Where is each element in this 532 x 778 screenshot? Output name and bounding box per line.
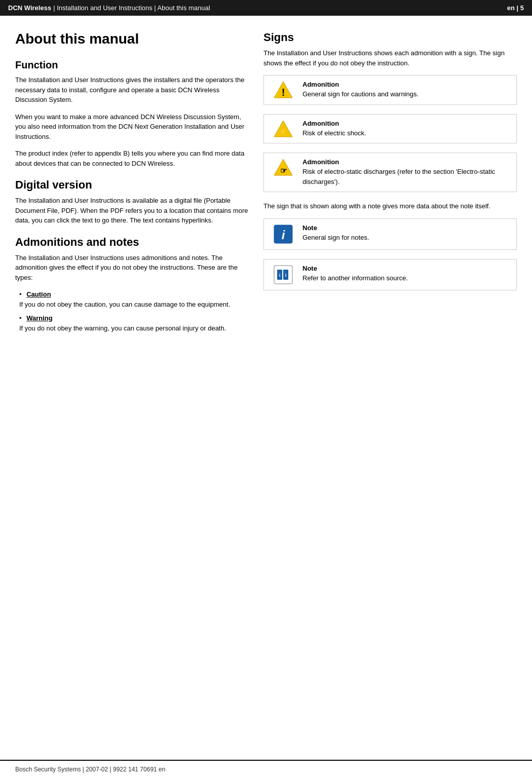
triangle-exclamation-icon: !	[273, 81, 293, 99]
note-content-reference: Note Refer to another information source…	[302, 265, 408, 283]
info-book-icon: i i	[273, 265, 293, 285]
admon-desc-general: General sign for cautions and warnings.	[302, 89, 419, 99]
page-number: en | 5	[507, 4, 524, 12]
warning-label: Warning	[26, 314, 53, 322]
admon-box-electric: ⚡ Admonition Risk of electric shock.	[263, 114, 517, 144]
main-content: About this manual Function The Installat…	[0, 16, 532, 778]
header-bar: DCN Wireless | Installation and User Ins…	[0, 0, 532, 16]
function-para-3: The product index (refer to appendix B) …	[15, 149, 248, 168]
admonitions-intro: The Installation and User Instructions u…	[15, 253, 248, 283]
digital-para-1: The Installation and User Instructions i…	[15, 196, 248, 226]
breadcrumb-bold: DCN Wireless	[8, 4, 51, 12]
triangle-hand-icon: ☞	[273, 158, 293, 176]
notes-intro: The sign that is shown along with a note…	[263, 201, 517, 211]
list-item-caution: Caution If you do not obey the caution, …	[19, 289, 248, 309]
note-title-general: Note	[302, 224, 369, 232]
admon-content-electrostatic: Admonition Risk of electro-static discha…	[302, 158, 509, 187]
admon-box-general: ! Admonition General sign for cautions a…	[263, 75, 517, 105]
page-title: About this manual	[15, 31, 248, 47]
info-i-icon: i	[273, 224, 293, 244]
svg-text:i: i	[285, 273, 287, 278]
section-digital: Digital version The Installation and Use…	[15, 178, 248, 226]
warning-desc: If you do not obey the warning, you can …	[19, 324, 226, 332]
section-admonitions: Admonitions and notes The Installation a…	[15, 236, 248, 334]
page-wrapper: DCN Wireless | Installation and User Ins…	[0, 0, 532, 778]
svg-text:i: i	[279, 273, 281, 278]
admon-title-general: Admonition	[302, 81, 419, 88]
admonitions-heading: Admonitions and notes	[15, 236, 248, 249]
admon-desc-electric: Risk of electric shock.	[302, 128, 366, 138]
breadcrumb: DCN Wireless | Installation and User Ins…	[8, 4, 210, 12]
svg-text:☞: ☞	[280, 166, 287, 175]
footer: Bosch Security Systems | 2007-02 | 9922 …	[0, 760, 532, 778]
note-icon-general: i	[271, 224, 295, 244]
function-heading: Function	[15, 59, 248, 71]
list-item-warning: Warning If you do not obey the warning, …	[19, 313, 248, 333]
admon-title-electrostatic: Admonition	[302, 158, 509, 166]
triangle-lightning-icon: ⚡	[273, 120, 293, 138]
admon-content-general: Admonition General sign for cautions and…	[302, 81, 419, 99]
note-title-reference: Note	[302, 265, 408, 272]
svg-text:⚡: ⚡	[278, 127, 288, 137]
admon-icon-general: !	[271, 81, 295, 99]
note-desc-general: General sign for notes.	[302, 233, 369, 243]
caution-desc: If you do not obey the caution, you can …	[19, 301, 230, 308]
section-function: Function The Installation and User Instr…	[15, 59, 248, 168]
note-box-general: i Note General sign for notes.	[263, 218, 517, 250]
admon-icon-electrostatic: ☞	[271, 158, 295, 176]
admonitions-list: Caution If you do not obey the caution, …	[15, 289, 248, 333]
note-content-general: Note General sign for notes.	[302, 224, 369, 243]
note-box-reference: i i Note Refer to another information so…	[263, 259, 517, 290]
svg-text:!: !	[282, 87, 285, 98]
right-column: Signs The Installation and User Instruct…	[263, 31, 517, 778]
admon-content-electric: Admonition Risk of electric shock.	[302, 120, 366, 138]
footer-text: Bosch Security Systems | 2007-02 | 9922 …	[15, 766, 165, 773]
note-desc-reference: Refer to another information source.	[302, 273, 408, 283]
function-para-1: The Installation and User Instructions g…	[15, 75, 248, 105]
admon-desc-electrostatic: Risk of electro-static discharges (refer…	[302, 167, 509, 187]
function-para-2: When you want to make a more advanced DC…	[15, 112, 248, 142]
left-column: About this manual Function The Installat…	[15, 31, 248, 778]
breadcrumb-rest: | Installation and User Instructions | A…	[53, 4, 210, 12]
note-icon-reference: i i	[271, 265, 295, 285]
signs-heading: Signs	[263, 31, 517, 44]
signs-intro: The Installation and User Instructions s…	[263, 48, 517, 68]
admon-box-electrostatic: ☞ Admonition Risk of electro-static disc…	[263, 153, 517, 192]
admon-title-electric: Admonition	[302, 120, 366, 127]
digital-heading: Digital version	[15, 178, 248, 192]
admon-icon-electric: ⚡	[271, 120, 295, 138]
caution-label: Caution	[26, 290, 51, 298]
